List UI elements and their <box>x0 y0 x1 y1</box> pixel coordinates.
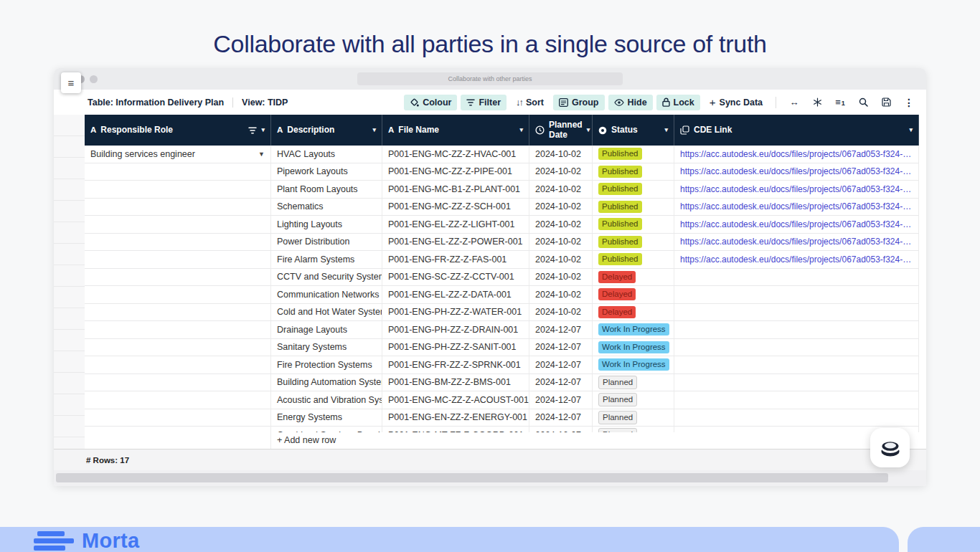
cell-description[interactable]: Schematics <box>271 199 382 216</box>
cde-link[interactable]: https://acc.autodesk.eu/docs/files/proje… <box>680 166 913 176</box>
menu-button[interactable]: ≡ <box>61 72 81 93</box>
cell-cde-link[interactable] <box>674 409 919 427</box>
column-menu-caret[interactable]: ▾ <box>261 126 265 133</box>
cell-file-name[interactable]: P001-ENG-PH-ZZ-Z-DRAIN-001 <box>382 321 529 338</box>
cell-description[interactable]: Acoustic and Vibration Systems <box>271 391 382 409</box>
cell-description[interactable]: Fire Alarm Systems <box>271 251 382 268</box>
cell-file-name[interactable]: P001-ENG-EN-ZZ-Z-ENERGY-001 <box>382 409 529 427</box>
cde-link[interactable]: https://acc.autodesk.eu/docs/files/proje… <box>680 237 913 247</box>
column-menu-caret[interactable]: ▾ <box>664 126 668 133</box>
cell-file-name[interactable]: P001-ENG-EL-ZZ-Z-LIGHT-001 <box>382 216 529 233</box>
cell-cde-link[interactable]: https://acc.autodesk.eu/docs/files/proje… <box>674 251 919 268</box>
role-dropdown-caret[interactable]: ▼ <box>258 151 265 158</box>
cell-cde-link[interactable]: https://acc.autodesk.eu/docs/files/proje… <box>674 163 919 181</box>
column-header-file-name[interactable]: AFile Name▾ <box>382 115 529 146</box>
cell-planned-date[interactable]: 2024-10-02 <box>529 251 593 268</box>
search-button[interactable] <box>853 95 873 110</box>
expand-width-button[interactable]: ↔ <box>784 95 804 110</box>
cell-cde-link[interactable] <box>674 356 919 373</box>
cell-status[interactable]: Delayed <box>593 286 674 303</box>
add-new-row[interactable]: + Add new row <box>85 432 919 450</box>
cell-status[interactable]: Delayed <box>593 269 674 286</box>
cell-planned-date[interactable]: 2024-10-02 <box>529 163 593 181</box>
cde-link[interactable]: https://acc.autodesk.eu/docs/files/proje… <box>680 219 913 229</box>
cell-status[interactable]: Planned <box>593 391 674 409</box>
horizontal-scrollbar[interactable] <box>56 473 888 482</box>
add-row-label[interactable]: + Add new row <box>271 432 919 449</box>
cell-file-name[interactable]: P001-ENG-EL-ZZ-Z-POWER-001 <box>382 234 529 251</box>
cell-cde-link[interactable] <box>674 269 919 286</box>
cell-file-name[interactable]: P001-ENG-FR-ZZ-Z-SPRNK-001 <box>382 356 529 373</box>
cell-planned-date[interactable]: 2024-12-07 <box>529 356 593 373</box>
cell-planned-date[interactable]: 2024-10-02 <box>529 199 593 216</box>
cell-responsible-role[interactable] <box>85 216 271 233</box>
cell-responsible-role[interactable] <box>85 339 271 356</box>
cell-status[interactable]: Published <box>593 234 674 251</box>
cell-responsible-role[interactable] <box>85 409 271 427</box>
cell-description[interactable]: Pipework Layouts <box>271 163 382 181</box>
sort-button[interactable]: ↓↑Sort <box>510 95 550 110</box>
cell-description[interactable]: Power Distribution <box>271 234 382 251</box>
cell-description[interactable]: Drainage Layouts <box>271 321 382 338</box>
column-header-responsible-role[interactable]: AResponsible Role▾ <box>85 115 271 146</box>
cell-cde-link[interactable] <box>674 304 919 321</box>
cell-responsible-role[interactable] <box>85 391 271 409</box>
cell-planned-date[interactable]: 2024-10-02 <box>529 286 593 303</box>
cell-responsible-role[interactable] <box>85 234 271 251</box>
cell-planned-date[interactable]: 2024-12-07 <box>529 321 593 338</box>
cell-description[interactable]: Sanitary Systems <box>271 339 382 356</box>
cell-responsible-role[interactable] <box>85 163 271 181</box>
cell-responsible-role[interactable] <box>85 269 271 286</box>
cell-responsible-role[interactable] <box>85 304 271 321</box>
column-filter-icon[interactable] <box>248 127 257 134</box>
cell-file-name[interactable]: P001-ENG-MC-B1-Z-PLANT-001 <box>382 181 529 198</box>
cell-description[interactable]: Fire Protection Systems <box>271 356 382 373</box>
cde-link[interactable]: https://acc.autodesk.eu/docs/files/proje… <box>680 254 913 265</box>
cell-cde-link[interactable]: https://acc.autodesk.eu/docs/files/proje… <box>674 146 919 163</box>
column-header-description[interactable]: ADescription▾ <box>271 115 382 146</box>
cell-responsible-role[interactable] <box>85 321 271 338</box>
cell-file-name[interactable]: P001-ENG-FR-ZZ-Z-FAS-001 <box>382 251 529 268</box>
cde-link[interactable]: https://acc.autodesk.eu/docs/files/proje… <box>680 201 913 211</box>
cde-link[interactable]: https://acc.autodesk.eu/docs/files/proje… <box>680 184 913 194</box>
cell-file-name[interactable]: P001-ENG-MC-ZZ-Z-SCH-001 <box>382 199 529 216</box>
window-zoom-button[interactable] <box>90 75 98 83</box>
cell-planned-date[interactable]: 2024-10-02 <box>529 234 593 251</box>
cell-file-name[interactable]: P001-ENG-PH-ZZ-Z-WATER-001 <box>382 304 529 321</box>
cell-planned-date[interactable]: 2024-10-02 <box>529 216 593 233</box>
cell-file-name[interactable]: P001-ENG-SC-ZZ-Z-CCTV-001 <box>382 269 529 286</box>
cell-description[interactable]: Communication Networks <box>271 286 382 303</box>
hide-button[interactable]: Hide <box>608 95 653 110</box>
column-header-cde-link[interactable]: CDE Link▾ <box>674 115 919 146</box>
column-menu-caret[interactable]: ▾ <box>519 126 523 133</box>
cell-planned-date[interactable]: 2024-12-07 <box>529 374 593 391</box>
cell-cde-link[interactable]: https://acc.autodesk.eu/docs/files/proje… <box>674 181 919 198</box>
cell-description[interactable]: HVAC Layouts <box>271 146 382 163</box>
cell-description[interactable]: Plant Room Layouts <box>271 181 382 198</box>
cell-status[interactable]: Published <box>593 181 674 198</box>
cell-file-name[interactable]: P001-ENG-MC-ZZ-Z-ACOUST-001 <box>382 391 529 409</box>
cde-link[interactable]: https://acc.autodesk.eu/docs/files/proje… <box>680 149 913 159</box>
cell-file-name[interactable]: P001-ENG-EL-ZZ-Z-DATA-001 <box>382 286 529 303</box>
cell-cde-link[interactable]: https://acc.autodesk.eu/docs/files/proje… <box>674 234 919 251</box>
cell-status[interactable]: Published <box>593 146 674 163</box>
cell-cde-link[interactable] <box>674 339 919 356</box>
cell-status[interactable]: Published <box>593 216 674 233</box>
cell-cde-link[interactable] <box>674 286 919 303</box>
cell-responsible-role[interactable] <box>85 181 271 198</box>
cell-responsible-role[interactable] <box>85 356 271 373</box>
cell-responsible-role[interactable] <box>85 199 271 216</box>
column-header-planned-date[interactable]: Planned Date▾ <box>529 115 593 146</box>
cell-description[interactable]: Cold and Hot Water Systems <box>271 304 382 321</box>
save-disk-button[interactable] <box>876 95 896 110</box>
cell-status[interactable]: Published <box>593 199 674 216</box>
cell-status[interactable]: Work In Progress <box>593 339 674 356</box>
cell-planned-date[interactable]: 2024-10-02 <box>529 181 593 198</box>
cell-file-name[interactable]: P001-ENG-BM-ZZ-Z-BMS-001 <box>382 374 529 391</box>
cell-cde-link[interactable] <box>674 391 919 409</box>
cell-cde-link[interactable] <box>674 374 919 391</box>
cell-description[interactable]: Energy Systems <box>271 409 382 427</box>
chat-launcher-button[interactable] <box>870 428 910 467</box>
cell-responsible-role[interactable] <box>85 251 271 268</box>
cell-planned-date[interactable]: 2024-12-07 <box>529 409 593 427</box>
